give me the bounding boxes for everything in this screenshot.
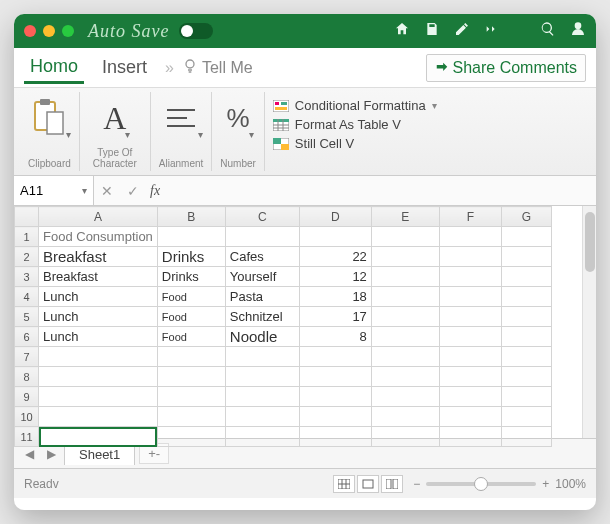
zoom-slider[interactable] <box>426 482 536 486</box>
format-as-table-button[interactable]: Format As Table V <box>273 117 437 132</box>
page-layout-view-button[interactable] <box>357 475 379 493</box>
cell-B5[interactable]: Food <box>157 307 225 327</box>
cell-A3[interactable]: Breakfast <box>39 267 158 287</box>
cell-B6[interactable]: Food <box>157 327 225 347</box>
number-button[interactable]: % ▾ <box>227 94 250 142</box>
name-box[interactable]: A11 ▾ <box>14 176 94 205</box>
chevron-down-icon[interactable]: ▾ <box>66 129 71 140</box>
row-header-6[interactable]: 6 <box>15 327 39 347</box>
paste-button[interactable]: ▾ <box>31 94 67 142</box>
cell-G2[interactable] <box>501 247 551 267</box>
tab-home[interactable]: Homo <box>24 52 84 84</box>
row-header-5[interactable]: 5 <box>15 307 39 327</box>
cell-E4[interactable] <box>371 287 439 307</box>
font-button[interactable]: A ▾ <box>103 94 126 142</box>
spreadsheet-grid[interactable]: A B C D E F G 1 Food Consumption 2 Brea <box>14 206 552 447</box>
conditional-formatting-button[interactable]: Conditional Formattina ▾ <box>273 98 437 113</box>
cell-D3[interactable]: 12 <box>299 267 371 287</box>
cell-D1[interactable] <box>299 227 371 247</box>
tabs-overflow-icon[interactable]: » <box>165 59 174 77</box>
save-icon[interactable] <box>424 21 440 41</box>
cell-A2[interactable]: Breakfast <box>39 247 158 267</box>
zoom-out-button[interactable]: − <box>413 477 420 491</box>
row-header-3[interactable]: 3 <box>15 267 39 287</box>
cell-B3[interactable]: Drinks <box>157 267 225 287</box>
cell-A11[interactable] <box>39 427 158 447</box>
cell-C1[interactable] <box>225 227 299 247</box>
row-header-11[interactable]: 11 <box>15 427 39 447</box>
cell-G3[interactable] <box>501 267 551 287</box>
cell-A4[interactable]: Lunch <box>39 287 158 307</box>
cell-E3[interactable] <box>371 267 439 287</box>
row-header-8[interactable]: 8 <box>15 367 39 387</box>
tab-insert[interactable]: Insert <box>96 53 153 82</box>
vertical-scrollbar[interactable] <box>582 206 596 438</box>
row-header-10[interactable]: 10 <box>15 407 39 427</box>
cell-C4[interactable]: Pasta <box>225 287 299 307</box>
row-header-9[interactable]: 9 <box>15 387 39 407</box>
cell-styles-button[interactable]: Still Cell V <box>273 136 437 151</box>
share-comments-button[interactable]: Share Comments <box>426 54 587 82</box>
cell-E6[interactable] <box>371 327 439 347</box>
edit-icon[interactable] <box>454 21 470 41</box>
alignment-button[interactable]: ▾ <box>163 94 199 142</box>
user-icon[interactable] <box>570 21 586 41</box>
col-header-C[interactable]: C <box>225 207 299 227</box>
chevron-down-icon[interactable]: ▾ <box>432 100 437 111</box>
page-break-view-button[interactable] <box>381 475 403 493</box>
cell-E1[interactable] <box>371 227 439 247</box>
zoom-thumb[interactable] <box>474 477 488 491</box>
cell-F3[interactable] <box>439 267 501 287</box>
sheet-nav-next[interactable]: ▶ <box>42 447 60 461</box>
autosave-toggle[interactable] <box>179 23 213 39</box>
cell-D2[interactable]: 22 <box>299 247 371 267</box>
cell-A1[interactable]: Food Consumption <box>39 227 158 247</box>
cell-F2[interactable] <box>439 247 501 267</box>
cell-G1[interactable] <box>501 227 551 247</box>
cell-F6[interactable] <box>439 327 501 347</box>
maximize-window-button[interactable] <box>62 25 74 37</box>
zoom-level[interactable]: 100% <box>555 477 586 491</box>
minimize-window-button[interactable] <box>43 25 55 37</box>
cell-C6[interactable]: Noodle <box>225 327 299 347</box>
cell-G6[interactable] <box>501 327 551 347</box>
cancel-formula-button[interactable]: ✕ <box>94 183 120 199</box>
cell-E2[interactable] <box>371 247 439 267</box>
cell-A10[interactable] <box>39 407 158 427</box>
cell-G4[interactable] <box>501 287 551 307</box>
scroll-thumb[interactable] <box>585 212 595 272</box>
row-header-2[interactable]: 2 <box>15 247 39 267</box>
cell-C5[interactable]: Schnitzel <box>225 307 299 327</box>
row-header-1[interactable]: 1 <box>15 227 39 247</box>
cell-B2[interactable]: Drinks <box>157 247 225 267</box>
zoom-in-button[interactable]: + <box>542 477 549 491</box>
row-header-4[interactable]: 4 <box>15 287 39 307</box>
row-header-7[interactable]: 7 <box>15 347 39 367</box>
select-all-corner[interactable] <box>15 207 39 227</box>
col-header-F[interactable]: F <box>439 207 501 227</box>
search-icon[interactable] <box>540 21 556 41</box>
chevron-down-icon[interactable]: ▾ <box>125 129 130 140</box>
sheet-nav-prev[interactable]: ◀ <box>20 447 38 461</box>
cell-D4[interactable]: 18 <box>299 287 371 307</box>
chevron-down-icon[interactable]: ▾ <box>198 129 203 140</box>
cell-G5[interactable] <box>501 307 551 327</box>
chevron-down-icon[interactable]: ▾ <box>82 185 87 196</box>
col-header-B[interactable]: B <box>157 207 225 227</box>
cell-F4[interactable] <box>439 287 501 307</box>
cell-A5[interactable]: Lunch <box>39 307 158 327</box>
tell-me-search[interactable]: Tell Me <box>202 59 253 77</box>
col-header-G[interactable]: G <box>501 207 551 227</box>
cell-C3[interactable]: Yourself <box>225 267 299 287</box>
close-window-button[interactable] <box>24 25 36 37</box>
chevron-down-icon[interactable]: ▾ <box>249 129 254 140</box>
normal-view-button[interactable] <box>333 475 355 493</box>
cell-B4[interactable]: Food <box>157 287 225 307</box>
home-icon[interactable] <box>394 21 410 41</box>
cell-A8[interactable] <box>39 367 158 387</box>
cell-A6[interactable]: Lunch <box>39 327 158 347</box>
col-header-D[interactable]: D <box>299 207 371 227</box>
col-header-E[interactable]: E <box>371 207 439 227</box>
col-header-A[interactable]: A <box>39 207 158 227</box>
cell-A7[interactable] <box>39 347 158 367</box>
